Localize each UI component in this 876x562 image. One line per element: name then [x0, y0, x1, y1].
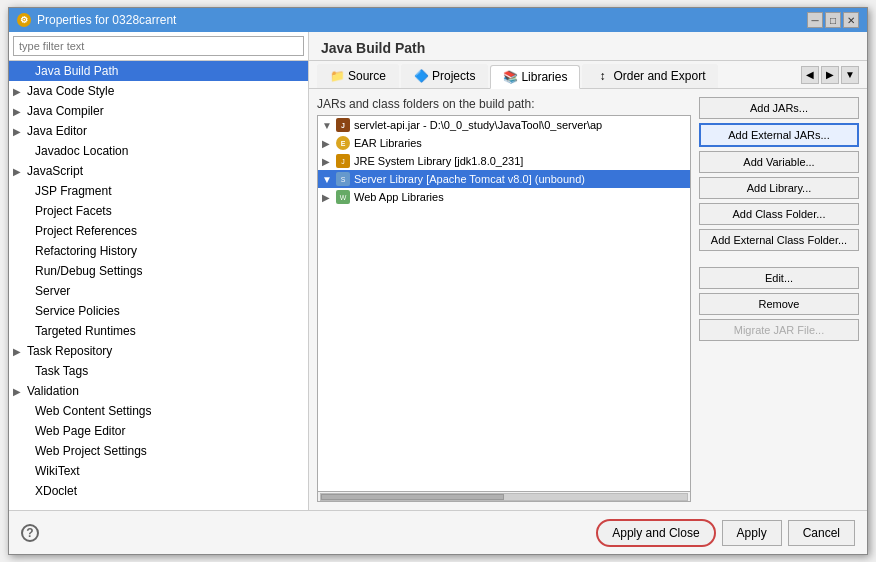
expand-arrow-icon: ▶ — [13, 166, 23, 177]
sidebar-item[interactable]: ▶Java Editor — [9, 121, 308, 141]
cancel-button[interactable]: Cancel — [788, 520, 855, 546]
sidebar-item-label: Web Project Settings — [35, 444, 147, 458]
sidebar-item-label: Web Page Editor — [35, 424, 126, 438]
scrollbar-track — [320, 493, 688, 501]
title-controls: ─ □ ✕ — [807, 12, 859, 28]
tab-nav-left[interactable]: ◀ — [801, 66, 819, 84]
action-btn-remove[interactable]: Remove — [699, 293, 859, 315]
sidebar-item-label: Service Policies — [35, 304, 120, 318]
sidebar-item[interactable]: WikiText — [9, 461, 308, 481]
sidebar-item[interactable]: Web Content Settings — [9, 401, 308, 421]
sidebar-item-label: Java Code Style — [27, 84, 114, 98]
jar-item[interactable]: ▶JJRE System Library [jdk1.8.0_231] — [318, 152, 690, 170]
tab-label: Libraries — [521, 70, 567, 84]
jar-item-label: EAR Libraries — [354, 137, 422, 149]
sidebar-item[interactable]: ▶Java Compiler — [9, 101, 308, 121]
jar-expand-arrow-icon: ▼ — [322, 120, 332, 131]
right-panel: Java Build Path 📁Source🔷Projects📚Librari… — [309, 32, 867, 510]
apply-close-button[interactable]: Apply and Close — [596, 519, 715, 547]
title-bar: ⚙ Properties for 0328carrent ─ □ ✕ — [9, 8, 867, 32]
action-btn-add-library-[interactable]: Add Library... — [699, 177, 859, 199]
tab-order-and-export[interactable]: ↕Order and Export — [582, 64, 718, 88]
tab-nav-menu[interactable]: ▼ — [841, 66, 859, 84]
jars-list[interactable]: ▼Jservlet-api.jar - D:\0_0_study\JavaToo… — [317, 115, 691, 492]
sidebar-item[interactable]: Project References — [9, 221, 308, 241]
sidebar-item-label: Task Tags — [35, 364, 88, 378]
properties-dialog: ⚙ Properties for 0328carrent ─ □ ✕ Java … — [8, 7, 868, 555]
expand-arrow-icon: ▶ — [13, 86, 23, 97]
sidebar-item[interactable]: ▶Task Repository — [9, 341, 308, 361]
action-btn-migrate-jar-file-: Migrate JAR File... — [699, 319, 859, 341]
jar-item[interactable]: ▼SServer Library [Apache Tomcat v8.0] (u… — [318, 170, 690, 188]
sidebar-item-label: Validation — [27, 384, 79, 398]
tab-nav-right[interactable]: ▶ — [821, 66, 839, 84]
sidebar-item[interactable]: Targeted Runtimes — [9, 321, 308, 341]
sidebar-item[interactable]: ▶JavaScript — [9, 161, 308, 181]
sidebar-item[interactable]: Web Project Settings — [9, 441, 308, 461]
sidebar-item[interactable]: XDoclet — [9, 481, 308, 501]
jar-item-label: servlet-api.jar - D:\0_0_study\JavaTool\… — [354, 119, 602, 131]
action-btn-add-class-folder-[interactable]: Add Class Folder... — [699, 203, 859, 225]
sidebar-item[interactable]: Server — [9, 281, 308, 301]
expand-arrow-icon: ▶ — [13, 386, 23, 397]
sidebar-item-label: Java Build Path — [35, 64, 118, 78]
sidebar-item[interactable]: ▶Validation — [9, 381, 308, 401]
sidebar-item[interactable]: Service Policies — [9, 301, 308, 321]
jar-expand-arrow-icon: ▶ — [322, 138, 332, 149]
action-btn-add-external-jars-[interactable]: Add External JARs... — [699, 123, 859, 147]
expand-arrow-icon: ▶ — [13, 346, 23, 357]
jar-type-icon: J — [336, 118, 350, 132]
sidebar-item-label: Targeted Runtimes — [35, 324, 136, 338]
action-btn-add-jars-[interactable]: Add JARs... — [699, 97, 859, 119]
action-btn-add-variable-[interactable]: Add Variable... — [699, 151, 859, 173]
jar-item-label: JRE System Library [jdk1.8.0_231] — [354, 155, 523, 167]
jar-type-icon: E — [336, 136, 350, 150]
jar-item[interactable]: ▼Jservlet-api.jar - D:\0_0_study\JavaToo… — [318, 116, 690, 134]
jar-item[interactable]: ▶WWeb App Libraries — [318, 188, 690, 206]
jar-item-label: Web App Libraries — [354, 191, 444, 203]
sidebar-item[interactable]: Web Page Editor — [9, 421, 308, 441]
sidebar-item[interactable]: JSP Fragment — [9, 181, 308, 201]
jar-type-icon: S — [336, 172, 350, 186]
dialog-icon: ⚙ — [17, 13, 31, 27]
bottom-left: ? — [21, 524, 39, 542]
sidebar-item-label: XDoclet — [35, 484, 77, 498]
jar-expand-arrow-icon: ▶ — [322, 192, 332, 203]
minimize-button[interactable]: ─ — [807, 12, 823, 28]
dialog-title: Properties for 0328carrent — [37, 13, 176, 27]
help-button[interactable]: ? — [21, 524, 39, 542]
tab-label: Source — [348, 69, 386, 83]
maximize-button[interactable]: □ — [825, 12, 841, 28]
panel-body: JARs and class folders on the build path… — [309, 89, 867, 510]
apply-button[interactable]: Apply — [722, 520, 782, 546]
expand-arrow-icon: ▶ — [13, 126, 23, 137]
bottom-bar: ? Apply and Close Apply Cancel — [9, 510, 867, 554]
tab-label: Order and Export — [613, 69, 705, 83]
sidebar-item-label: WikiText — [35, 464, 80, 478]
sidebar-item-label: Javadoc Location — [35, 144, 128, 158]
sidebar-item-label: JavaScript — [27, 164, 83, 178]
tab-libraries[interactable]: 📚Libraries — [490, 65, 580, 89]
sidebar-item[interactable]: Project Facets — [9, 201, 308, 221]
jar-item[interactable]: ▶EEAR Libraries — [318, 134, 690, 152]
action-btn-edit-[interactable]: Edit... — [699, 267, 859, 289]
jars-scrollbar[interactable] — [317, 492, 691, 502]
sidebar-item[interactable]: Java Build Path — [9, 61, 308, 81]
tab-projects[interactable]: 🔷Projects — [401, 64, 488, 88]
action-btn-add-external-class-folder-[interactable]: Add External Class Folder... — [699, 229, 859, 251]
tab-source[interactable]: 📁Source — [317, 64, 399, 88]
sidebar-item[interactable]: Javadoc Location — [9, 141, 308, 161]
tab-icon: 🔷 — [414, 69, 428, 83]
sidebar-item[interactable]: Run/Debug Settings — [9, 261, 308, 281]
filter-input[interactable] — [13, 36, 304, 56]
sidebar-item[interactable]: Refactoring History — [9, 241, 308, 261]
tab-bar: 📁Source🔷Projects📚Libraries↕Order and Exp… — [309, 61, 867, 89]
tab-icon: ↕ — [595, 69, 609, 83]
close-button[interactable]: ✕ — [843, 12, 859, 28]
sidebar-item[interactable]: ▶Java Code Style — [9, 81, 308, 101]
sidebar-item[interactable]: Task Tags — [9, 361, 308, 381]
bottom-right: Apply and Close Apply Cancel — [596, 519, 855, 547]
expand-arrow-icon: ▶ — [13, 106, 23, 117]
tab-icon: 📁 — [330, 69, 344, 83]
sidebar-list[interactable]: Java Build Path▶Java Code Style▶Java Com… — [9, 61, 308, 510]
